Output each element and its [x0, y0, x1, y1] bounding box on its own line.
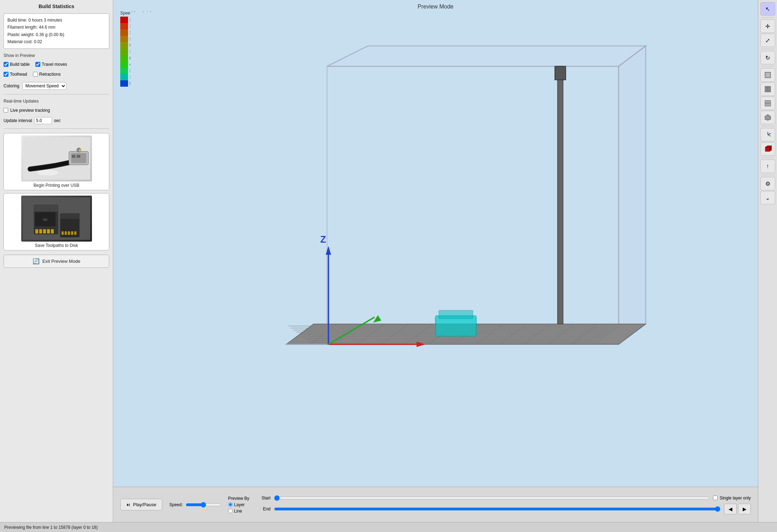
svg-rect-21: [65, 231, 67, 235]
toolbar-divider-2: [761, 49, 774, 49]
svg-text:⚡: ⚡: [78, 148, 82, 152]
svg-marker-72: [765, 115, 771, 120]
fit-screen-button[interactable]: ⤢: [760, 34, 775, 47]
coloring-row: Coloring Movement Speed Feature Type Ext…: [4, 82, 109, 90]
svg-rect-4: [77, 155, 80, 158]
preview-by-group: Preview By Layer Line: [228, 496, 249, 514]
svg-marker-27: [327, 46, 646, 66]
move-tool-button[interactable]: ✛: [760, 19, 775, 33]
travel-moves-label: Travel moves: [42, 62, 67, 67]
live-preview-checkbox[interactable]: [4, 108, 8, 112]
svg-rect-63: [558, 66, 563, 324]
update-interval-input[interactable]: [34, 117, 52, 124]
single-layer-checkbox[interactable]: [713, 496, 718, 500]
exit-arrow-icon: 🔄: [33, 258, 40, 265]
rotate-tool-button[interactable]: ↻: [760, 51, 775, 64]
end-slider-row: End ◀ ▶: [256, 504, 751, 514]
nav-buttons: ◀ ▶: [724, 504, 751, 514]
toolbar-divider-6: [761, 175, 774, 175]
preview-options-row2: Toolhead Retractions: [4, 72, 109, 77]
realtime-updates-label: Real-time Updates: [4, 99, 109, 104]
svg-rect-12: [39, 229, 42, 233]
sd-save-button[interactable]: SD Save Toolpaths to Disk: [4, 193, 109, 250]
svg-rect-3: [72, 155, 75, 158]
build-table-option[interactable]: Build table: [4, 62, 30, 67]
end-slider[interactable]: [274, 506, 720, 512]
start-label: Start: [256, 496, 271, 501]
sd-save-label: Save Toolpaths to Disk: [35, 243, 78, 248]
coloring-select[interactable]: Movement Speed Feature Type Extruder: [22, 82, 66, 90]
travel-moves-checkbox[interactable]: [35, 62, 40, 67]
toolbar-divider-3: [761, 66, 774, 66]
build-stats-box: Build time: 0 hours 3 minutes Filament l…: [4, 13, 109, 49]
layer-controls: Start Single layer only End ◀: [256, 495, 751, 514]
svg-rect-20: [62, 231, 64, 235]
axis-indicator-button[interactable]: [760, 128, 775, 141]
svg-rect-10: [34, 204, 58, 212]
exit-preview-button[interactable]: 🔄 Exit Preview Mode: [4, 255, 109, 268]
layer-option[interactable]: Layer: [228, 502, 249, 507]
play-pause-icon: ⏯: [126, 502, 131, 507]
material-cost: Material cost: 0.02: [7, 38, 105, 45]
toolbar-divider-5: [761, 157, 774, 158]
view-left-button[interactable]: [760, 82, 775, 96]
line-radio[interactable]: [228, 509, 233, 513]
preview-by-title: Preview By: [228, 496, 249, 501]
view-iso-button[interactable]: [760, 111, 775, 124]
layer-radio[interactable]: [228, 502, 233, 507]
prev-button[interactable]: ◀: [724, 504, 737, 514]
view-front-button[interactable]: [760, 68, 775, 82]
toolhead-checkbox[interactable]: [4, 72, 8, 77]
build-table-checkbox[interactable]: [4, 62, 8, 67]
svg-rect-11: [35, 229, 38, 233]
view-cube-button[interactable]: [760, 142, 775, 156]
left-panel: Build Statistics Build time: 0 hours 3 m…: [0, 0, 113, 522]
sd-card-svg: SD: [23, 197, 90, 240]
svg-rect-25: [131, 12, 741, 487]
main-area: Build Statistics Build time: 0 hours 3 m…: [0, 0, 777, 522]
bottom-controls: ⏯ Play/Pause Speed: Preview By Layer Lin…: [113, 487, 758, 522]
view-top-button[interactable]: [760, 97, 775, 110]
next-button[interactable]: ▶: [738, 504, 751, 514]
travel-moves-option[interactable]: Travel moves: [35, 62, 67, 67]
speed-slider[interactable]: [186, 502, 221, 508]
panel-title: Build Statistics: [4, 4, 109, 9]
svg-rect-62: [439, 311, 473, 319]
toolhead-option[interactable]: Toolhead: [4, 72, 27, 77]
filament-length: Filament length: 44.6 mm: [7, 24, 105, 31]
svg-rect-76: [765, 147, 770, 151]
viewport-title: Preview Mode: [113, 0, 758, 12]
status-text: Previewing file from line 1 to 15878 (la…: [4, 525, 98, 530]
settings-button[interactable]: ⚙: [760, 177, 775, 190]
toolbar-divider-4: [761, 126, 774, 126]
3d-canvas[interactable]: Z: [113, 12, 758, 487]
svg-rect-23: [71, 231, 73, 235]
single-layer-label: Single layer only: [720, 496, 751, 501]
viewport-area: Preview Mode Speed (mm/min) 15000 13554 …: [113, 0, 758, 522]
expand-down-button[interactable]: ⌄: [760, 191, 775, 204]
show-in-preview-label: Show in Preview: [4, 53, 109, 58]
line-option[interactable]: Line: [228, 509, 249, 514]
start-slider-row: Start Single layer only: [256, 495, 751, 501]
usb-print-button[interactable]: ⚡ Begin Printing over USB: [4, 133, 109, 190]
svg-rect-2: [71, 153, 86, 163]
exit-preview-label: Exit Preview Mode: [42, 259, 81, 264]
svg-marker-28: [619, 46, 646, 345]
usb-cable-svg: ⚡: [23, 137, 90, 180]
build-table-label: Build table: [10, 62, 30, 67]
axis-up-button[interactable]: ↑: [760, 160, 775, 173]
preview-options-row1: Build table Travel moves: [4, 62, 109, 67]
prev-icon: ◀: [729, 506, 732, 512]
play-pause-button[interactable]: ⏯ Play/Pause: [120, 499, 162, 510]
retractions-option[interactable]: Retractions: [33, 72, 61, 77]
sd-image: SD: [21, 196, 92, 242]
live-preview-row: Live preview tracking: [4, 108, 109, 113]
update-interval-row: Update interval sec: [4, 117, 109, 124]
live-preview-label: Live preview tracking: [10, 108, 50, 113]
cursor-tool-button[interactable]: ↖: [760, 2, 775, 16]
layer-label: Layer: [234, 502, 245, 507]
retractions-checkbox[interactable]: [33, 72, 38, 77]
svg-rect-13: [43, 229, 46, 233]
svg-point-7: [37, 170, 58, 175]
start-slider[interactable]: [274, 495, 709, 501]
